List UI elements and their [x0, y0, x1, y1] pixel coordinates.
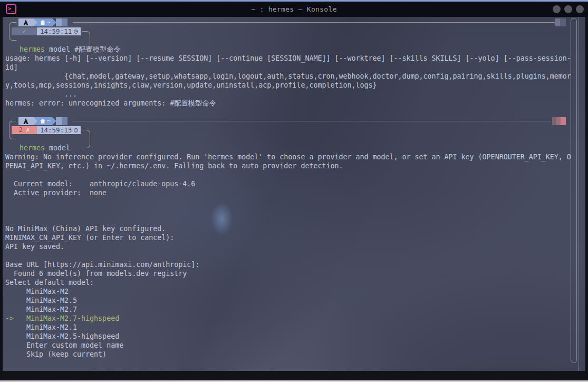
- minimize-button[interactable]: [553, 5, 561, 13]
- terminal-line: ...: [5, 90, 566, 99]
- prompt-segments-status: ✓ 14:59:11 ◷: [12, 27, 81, 35]
- terminal-line-blank: [5, 251, 566, 260]
- scrollbar-track[interactable]: [579, 17, 579, 371]
- base-url-line: Base URL [https://api.minimaxi.com/anthr…: [5, 260, 566, 269]
- scrollbar-handle[interactable]: [571, 18, 577, 363]
- terminal-line-blank: [5, 206, 566, 215]
- segment-block: [62, 18, 68, 26]
- command-program: hermes: [20, 144, 45, 152]
- prompt-segments-top: ~: [18, 18, 68, 26]
- terminal-line-blank: [5, 197, 566, 206]
- terminal-line-blank: [5, 170, 566, 179]
- model-option: MiniMax-M2.7: [5, 305, 566, 314]
- warning-line: Warning: No inference provider configure…: [5, 152, 566, 161]
- prompt-right-segments: [552, 117, 566, 125]
- model-option: MiniMax-M2.5: [5, 296, 566, 305]
- home-icon: [40, 20, 45, 25]
- terminal-line: {chat,model,gateway,setup,whatsapp,login…: [5, 72, 566, 81]
- terminal-line: MINIMAX_CN_API_KEY (or Enter to cancel):: [5, 233, 566, 242]
- warning-line: PENAI_API_KEY, etc.) in ~/.hermes/.env. …: [5, 161, 566, 170]
- segment-block: [561, 117, 566, 125]
- arch-linux-icon: [23, 118, 29, 124]
- prompt-right-segments: [555, 18, 566, 26]
- path-label: ~: [47, 117, 51, 126]
- timestamp: 14:59:13: [40, 126, 72, 135]
- command-program: hermes: [20, 45, 45, 53]
- terminal-content[interactable]: ~ ✓ 14:59:11 ◷: [3, 17, 585, 359]
- segment-block: [56, 18, 62, 26]
- time-segment: 14:59:11 ◷: [32, 27, 81, 35]
- prompt-rule: [73, 22, 555, 23]
- close-button[interactable]: [576, 5, 584, 13]
- clock-icon: ◷: [74, 126, 78, 135]
- konsole-app-icon: >_: [6, 4, 16, 14]
- model-option: MiniMax-M2.5-highspeed: [5, 332, 566, 341]
- command-args: model #配置模型命令: [45, 45, 121, 53]
- check-icon: ✓: [22, 27, 26, 36]
- terminal-line-blank: [5, 215, 566, 224]
- model-option: MiniMax-M2.1: [5, 323, 566, 332]
- command-line: hermes model: [5, 144, 566, 152]
- terminal-line: y,tools,mcp,sessions,insights,claw,versi…: [5, 81, 566, 90]
- prompt-segments-status: 2 ✗ 14:59:13 ◷: [12, 126, 81, 134]
- terminal-line: No MiniMax (China) API key configured.: [5, 224, 566, 233]
- terminal-line: usage: hermes [-h] [--version] [--resume…: [5, 54, 566, 63]
- terminal-viewport[interactable]: ~ ✓ 14:59:11 ◷: [3, 17, 585, 371]
- segment-block: [560, 18, 566, 26]
- command-text: hermes model: [5, 144, 70, 152]
- window-title: ~ : hermes — Konsole: [0, 5, 588, 13]
- exit-status-segment: 2 ✗: [12, 126, 37, 134]
- cross-icon: ✗: [26, 126, 30, 135]
- clock-icon: ◷: [74, 27, 78, 36]
- path-label: ~: [47, 18, 51, 27]
- command-line: hermes model #配置模型命令: [5, 45, 566, 54]
- segment-block: [552, 117, 556, 125]
- model-option: Enter custom model name: [5, 341, 566, 350]
- window-controls: [553, 5, 584, 13]
- maximize-button[interactable]: [564, 5, 572, 13]
- terminal-line: hermes: error: unrecognized arguments: #…: [5, 99, 566, 108]
- terminal-line: Found 6 model(s) from models.dev registr…: [5, 269, 566, 278]
- segment-block: [555, 18, 560, 26]
- prompt-block-2: ~ 2 ✗ 14:59:13 ◷: [5, 117, 566, 152]
- current-model-line: Current model: anthropic/claude-opus-4.6: [5, 179, 566, 188]
- arch-linux-icon: [23, 20, 29, 25]
- model-option-selected: -> MiniMax-M2.7-highspeed: [5, 314, 566, 323]
- window-bottom-border: [3, 371, 585, 380]
- segment-block: [62, 117, 68, 125]
- terminal-line: id]: [5, 63, 566, 72]
- timestamp: 14:59:11: [40, 27, 72, 36]
- terminal-prompt-glyph: >_: [7, 5, 15, 13]
- terminal-line-blank: [5, 108, 566, 117]
- exit-code: 2: [19, 126, 23, 135]
- model-option: Skip (keep current): [5, 350, 566, 359]
- exit-status-segment: ✓: [12, 27, 37, 35]
- command-args: model: [45, 144, 70, 152]
- select-prompt-line: Select default model:: [5, 278, 566, 287]
- prompt-block-1: ~ ✓ 14:59:11 ◷: [5, 18, 566, 54]
- segment-block: [556, 117, 561, 125]
- terminal-line: API key saved.: [5, 242, 566, 251]
- home-icon: [40, 119, 45, 123]
- segment-block: [56, 117, 62, 125]
- konsole-window: >_ ~ : hermes — Konsole ~: [0, 0, 588, 382]
- titlebar[interactable]: >_ ~ : hermes — Konsole: [0, 2, 588, 17]
- prompt-segments-top: ~: [18, 117, 68, 125]
- active-provider-line: Active provider: none: [5, 188, 566, 197]
- time-segment: 14:59:13 ◷: [32, 126, 81, 134]
- prompt-rule: [73, 121, 551, 121]
- command-text: hermes model #配置模型命令: [5, 45, 121, 53]
- model-option: MiniMax-M2: [5, 287, 566, 296]
